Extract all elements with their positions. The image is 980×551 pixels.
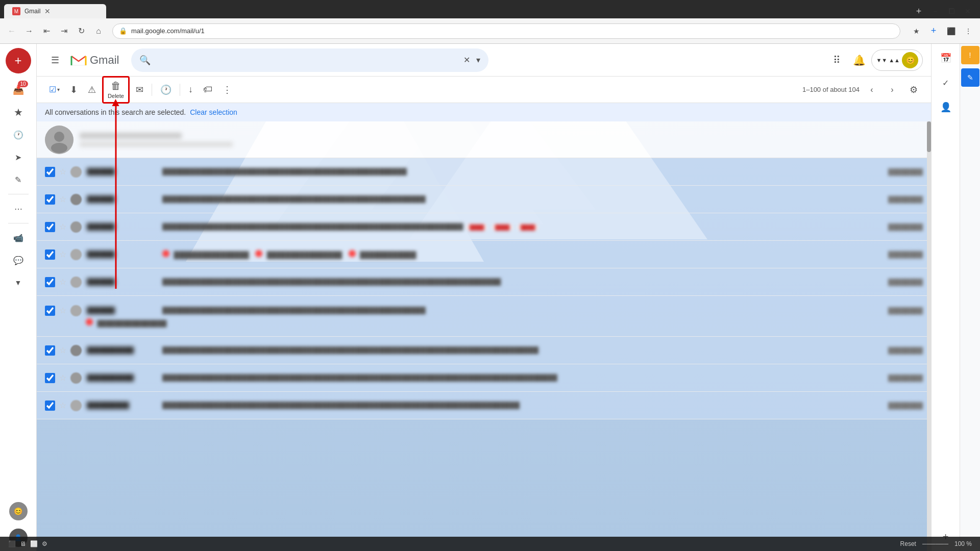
table-row[interactable]: ☆ ██████████ ███████████████████████████…	[37, 364, 931, 392]
table-row[interactable]: ☆ ██████ ███████████████████████████████…	[37, 268, 931, 296]
select-all-btn[interactable]: ☑ ▾	[45, 81, 64, 99]
email-sender: ██████	[87, 307, 158, 314]
sidebar-item-inbox[interactable]: 📥 10	[6, 80, 31, 100]
star-btn[interactable]: ☆	[59, 194, 66, 204]
table-row[interactable]: ☆ ██████████ ███████████████████████████…	[37, 337, 931, 364]
snoozed-icon: 🕐	[13, 130, 23, 140]
search-icon: 🔍	[139, 55, 151, 66]
left-sidebar: + 📥 10 ★ 🕐 ➤ ✎ ⋯ 📹	[0, 44, 37, 551]
sidebar-item-drafts[interactable]: ✎	[6, 169, 31, 190]
search-bar[interactable]: 🔍 ✕ ▾	[131, 48, 488, 72]
scroll-thumb[interactable]	[927, 121, 931, 152]
search-clear-icon[interactable]: ✕	[463, 55, 470, 65]
user-avatar-sidebar[interactable]: 😊	[9, 502, 28, 520]
browser-tab[interactable]: M Gmail ✕	[4, 4, 106, 18]
blue-action-icon: ✎	[967, 73, 973, 82]
first-page-btn[interactable]: ⇤	[39, 23, 54, 39]
account-switcher[interactable]: ▼▼ ▲▲ 😊	[871, 49, 923, 71]
blue-action-btn[interactable]: ✎	[961, 68, 979, 87]
mark-read-btn[interactable]: ✉	[132, 81, 148, 99]
display-icon: 🖥	[20, 540, 26, 547]
new-tab-action-btn[interactable]: +	[926, 23, 941, 39]
table-row[interactable]: ☆ ██████ ███████████████████████████████…	[37, 213, 931, 241]
forward-btn[interactable]: →	[21, 23, 37, 39]
maximize-btn[interactable]: ⧠	[943, 4, 960, 18]
star-btn[interactable]: ☆	[59, 222, 66, 232]
email-list: ☆ ██████ ███████████████████████████████…	[37, 121, 931, 551]
sidebar-item-more[interactable]: ⋯	[6, 198, 31, 219]
email-checkbox[interactable]	[45, 306, 55, 316]
hamburger-menu-btn[interactable]: ☰	[45, 50, 65, 70]
email-checkbox[interactable]	[45, 277, 55, 287]
extensions-btn[interactable]: ⬛	[943, 23, 959, 39]
email-checkbox[interactable]	[45, 249, 55, 260]
bookmarks-btn[interactable]: ★	[909, 23, 924, 39]
label-btn[interactable]: 🏷	[199, 81, 216, 99]
last-page-btn[interactable]: ⇥	[56, 23, 71, 39]
back-btn[interactable]: ←	[4, 23, 19, 39]
table-row[interactable]: ☆ ██████ ████████████████ ██████████████…	[37, 241, 931, 268]
scrollbar[interactable]	[927, 121, 931, 551]
contacts-btn[interactable]: 👤	[936, 97, 956, 117]
table-row[interactable]: ☆ ██████ ███████████████████████████████…	[37, 296, 931, 337]
email-subject: ████████████████████████████████████████…	[162, 168, 878, 176]
email-sender: ██████████	[87, 346, 158, 354]
search-filter-icon[interactable]: ▾	[476, 55, 480, 65]
star-btn[interactable]: ☆	[59, 249, 66, 259]
sidebar-item-starred[interactable]: ★	[6, 102, 31, 122]
archive-btn[interactable]: ⬇	[66, 81, 82, 99]
settings-btn[interactable]: ⚙	[904, 81, 923, 99]
star-btn[interactable]: ☆	[59, 373, 66, 383]
sidebar-item-sent[interactable]: ➤	[6, 147, 31, 167]
sidebar-item-expand[interactable]: ▼	[6, 272, 31, 293]
search-input[interactable]	[157, 56, 457, 64]
delete-btn-wrapper: 🗑 Delete	[102, 76, 130, 104]
minimize-btn[interactable]: −	[927, 4, 943, 18]
address-bar[interactable]: 🔒 mail.google.com/mail/u/1	[112, 23, 900, 39]
tab-close-btn[interactable]: ✕	[44, 7, 51, 15]
apps-btn[interactable]: ⠿	[826, 50, 847, 70]
drafts-icon: ✎	[15, 175, 21, 185]
reset-label[interactable]: Reset	[900, 540, 916, 547]
email-checkbox[interactable]	[45, 167, 55, 177]
refresh-btn[interactable]: ↻	[74, 23, 89, 39]
calendar-btn[interactable]: 📅	[936, 48, 956, 68]
profile-avatar-large	[45, 126, 74, 154]
star-btn[interactable]: ☆	[59, 306, 66, 315]
close-btn[interactable]: ✕	[960, 4, 976, 18]
email-checkbox[interactable]	[45, 400, 55, 411]
snooze-btn[interactable]: 🕐	[156, 81, 176, 99]
checkbox-icon: ☑	[49, 85, 56, 94]
notifications-btn[interactable]: 🔔	[849, 50, 869, 70]
profile-card[interactable]	[37, 121, 931, 158]
new-tab-btn[interactable]: +	[911, 4, 927, 18]
sidebar-toggle-btn[interactable]: ⋮	[961, 23, 976, 39]
home-btn[interactable]: ⌂	[91, 23, 106, 39]
email-date: ████████	[882, 279, 923, 286]
move-to-btn[interactable]: ↓	[184, 81, 197, 99]
table-row[interactable]: ☆ ██████ ███████████████████████████████…	[37, 158, 931, 186]
table-row[interactable]: ☆ █████████ ████████████████████████████…	[37, 392, 931, 419]
tasks-btn[interactable]: ✓	[936, 72, 956, 93]
email-checkbox[interactable]	[45, 194, 55, 205]
notification-dot[interactable]: !	[961, 46, 979, 64]
sidebar-item-snoozed[interactable]: 🕐	[6, 124, 31, 145]
prev-page-btn[interactable]: ‹	[864, 82, 880, 98]
email-checkbox[interactable]	[45, 345, 55, 356]
sidebar-item-chat[interactable]: 💬	[6, 250, 31, 270]
star-btn[interactable]: ☆	[59, 345, 66, 355]
compose-button[interactable]: +	[6, 48, 31, 73]
next-page-btn[interactable]: ›	[884, 82, 900, 98]
report-spam-btn[interactable]: ⚠	[84, 81, 100, 99]
star-btn[interactable]: ☆	[59, 277, 66, 287]
more-actions-btn[interactable]: ⋮	[218, 81, 236, 99]
star-btn[interactable]: ☆	[59, 167, 66, 177]
email-checkbox[interactable]	[45, 373, 55, 383]
clear-selection-btn[interactable]: Clear selection	[190, 108, 237, 116]
sidebar-item-meet[interactable]: 📹	[6, 228, 31, 248]
table-row[interactable]: ☆ ██████ ███████████████████████████████…	[37, 186, 931, 213]
email-checkbox[interactable]	[45, 222, 55, 232]
star-btn[interactable]: ☆	[59, 400, 66, 410]
email-sender: ██████	[87, 168, 158, 176]
toolbar-divider-1	[152, 84, 152, 96]
